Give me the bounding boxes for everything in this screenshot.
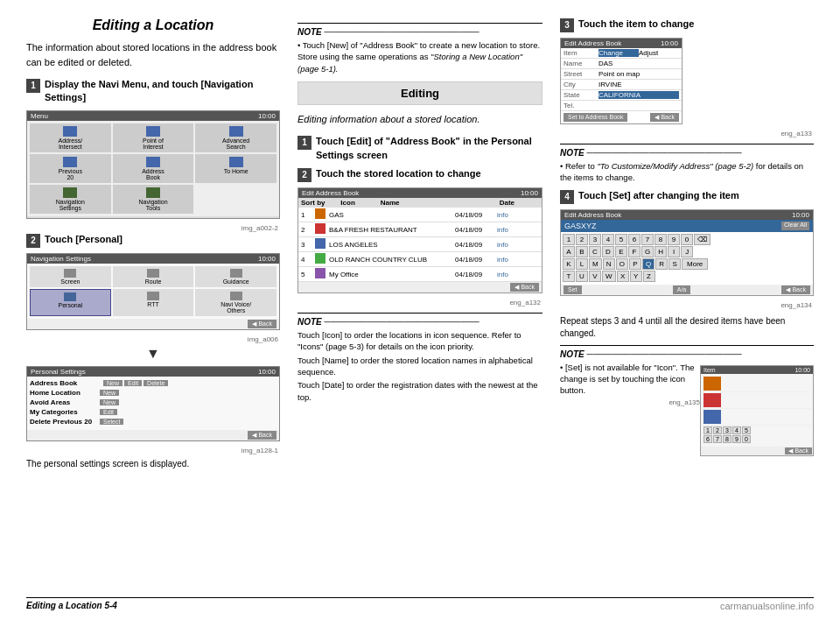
- key-5[interactable]: 5: [615, 234, 627, 245]
- key-6[interactable]: 6: [628, 234, 640, 245]
- small-body: 1 2 3 4 5 6 7 8 9 0: [701, 374, 813, 447]
- key-t[interactable]: T: [563, 271, 575, 282]
- key-i[interactable]: I: [668, 246, 680, 257]
- small-back-btn[interactable]: ◀ Back: [785, 447, 812, 454]
- key-f[interactable]: F: [628, 246, 640, 257]
- nav-item-guidance[interactable]: Guidance: [195, 266, 276, 287]
- s-key-3[interactable]: 3: [723, 426, 732, 434]
- note-box-mid: NOTE ───────────────────────── Touch [Ic…: [298, 313, 542, 403]
- key-y[interactable]: Y: [630, 271, 642, 282]
- s-key-1[interactable]: 1: [704, 426, 712, 434]
- clear-all-btn[interactable]: Clear All: [781, 222, 809, 230]
- key-more[interactable]: More: [682, 258, 708, 270]
- home-new-btn[interactable]: New: [100, 390, 119, 396]
- key-k[interactable]: K: [563, 258, 575, 270]
- menu-item-advanced[interactable]: AdvancedSearch: [195, 123, 276, 152]
- back-btn-kb[interactable]: ◀ Back: [781, 285, 810, 294]
- nav-item-navi-voice[interactable]: Navi Voice/Others: [195, 289, 276, 316]
- key-4[interactable]: 4: [602, 234, 614, 245]
- categories-edit-btn[interactable]: Edit: [100, 409, 117, 415]
- key-l[interactable]: L: [576, 258, 588, 270]
- key-n[interactable]: N: [603, 258, 615, 270]
- navi-voice-icon: [230, 292, 242, 300]
- key-r[interactable]: R: [655, 258, 668, 270]
- small-row-2: [703, 392, 811, 409]
- select-btn[interactable]: Select: [100, 419, 123, 425]
- kb-footer: Set A/a ◀ Back: [561, 285, 813, 295]
- menu-item-navigation[interactable]: NavigationSettings: [30, 185, 111, 214]
- menu-item-poi[interactable]: Point ofInterest: [113, 123, 194, 152]
- key-b[interactable]: B: [576, 246, 588, 257]
- addr-row-2[interactable]: 2 B&A FRESH RESTAURANT 04/18/09 info: [298, 222, 542, 237]
- nav-item-rtt[interactable]: RTT: [113, 289, 194, 316]
- key-7[interactable]: 7: [641, 234, 654, 245]
- note-title-mid: NOTE ─────────────────────────: [298, 317, 542, 327]
- key-9[interactable]: 9: [668, 234, 680, 245]
- key-c[interactable]: C: [589, 246, 601, 257]
- set-to-address-btn[interactable]: Set to Address Book: [564, 113, 627, 122]
- key-p[interactable]: P: [629, 258, 641, 270]
- back-button-nav[interactable]: ◀ Back: [248, 320, 276, 328]
- menu-item-previous[interactable]: Previous20: [30, 154, 111, 183]
- back-button-pers[interactable]: ◀ Back: [248, 431, 276, 440]
- avoid-new-btn[interactable]: New: [100, 399, 119, 405]
- key-v[interactable]: V: [589, 271, 601, 282]
- key-0[interactable]: 0: [681, 234, 693, 245]
- pers-row-categories: My Categories Edit: [30, 408, 276, 416]
- key-3[interactable]: 3: [589, 234, 601, 245]
- key-g[interactable]: G: [641, 246, 654, 257]
- key-2[interactable]: 2: [576, 234, 588, 245]
- nav-item-route[interactable]: Route: [113, 266, 194, 287]
- menu-item-address-book[interactable]: AddressBook: [113, 154, 194, 183]
- key-a[interactable]: A: [563, 246, 575, 257]
- key-s[interactable]: S: [668, 258, 681, 270]
- key-w[interactable]: W: [602, 271, 616, 282]
- addr-row-4[interactable]: 4 OLD RANCH COUNTRY CLUB 04/18/09 info: [298, 252, 542, 267]
- key-j[interactable]: J: [681, 246, 693, 257]
- s-key-4[interactable]: 4: [732, 426, 741, 434]
- s-key-0[interactable]: 0: [742, 435, 751, 443]
- s-key-5[interactable]: 5: [742, 426, 751, 434]
- menu-item-go-home[interactable]: To Home: [195, 154, 276, 183]
- key-u[interactable]: U: [576, 271, 588, 282]
- a-slash-btn[interactable]: A/a: [673, 285, 691, 294]
- key-o[interactable]: O: [616, 258, 628, 270]
- edit-row-state: State CALIFORNIA: [561, 90, 682, 101]
- addr-row-1[interactable]: 1 GAS 04/18/09 info: [298, 208, 542, 222]
- key-del[interactable]: ⌫: [694, 234, 710, 245]
- nav-footer: ◀ Back: [27, 319, 279, 329]
- key-q[interactable]: Q: [642, 258, 654, 270]
- page-footer: Editing a Location 5-4 carmanualsonline.…: [26, 597, 814, 611]
- s-key-8[interactable]: 8: [723, 435, 732, 443]
- edit-btn[interactable]: Edit: [124, 380, 142, 386]
- right-step-4-header: 4 Touch [Set] after changing the item: [560, 189, 814, 204]
- nav-item-personal[interactable]: Personal: [30, 289, 111, 316]
- screen-icon: [64, 269, 76, 278]
- s-key-2[interactable]: 2: [713, 426, 722, 434]
- key-8[interactable]: 8: [654, 234, 667, 245]
- set-btn[interactable]: Set: [564, 285, 582, 294]
- addr-book-screen: Edit Address Book 10:00 Sort by Icon Nam…: [298, 187, 542, 293]
- new-btn[interactable]: New: [103, 380, 122, 386]
- key-e[interactable]: E: [615, 246, 627, 257]
- key-z[interactable]: Z: [643, 271, 655, 282]
- pers-row-avoid: Avoid Areas New: [30, 398, 276, 406]
- key-x[interactable]: X: [617, 271, 629, 282]
- key-1[interactable]: 1: [563, 234, 575, 245]
- key-h[interactable]: H: [654, 246, 667, 257]
- menu-item-tools[interactable]: NavigationTools: [113, 185, 194, 214]
- back-btn-addr[interactable]: ◀ Back: [510, 283, 539, 292]
- delete-btn[interactable]: Delete: [144, 380, 168, 386]
- addr-row-3[interactable]: 3 LOS ANGELES 04/18/09 info: [298, 237, 542, 252]
- back-btn-edit[interactable]: ◀ Back: [650, 113, 679, 122]
- s-key-9[interactable]: 9: [732, 435, 741, 443]
- addr-row-5[interactable]: 5 My Office 04/18/09 info: [298, 267, 542, 282]
- menu-grid: Address/Intersect Point ofInterest Advan…: [27, 121, 279, 216]
- s-key-7[interactable]: 7: [713, 435, 722, 443]
- s-key-6[interactable]: 6: [704, 435, 712, 443]
- key-d[interactable]: D: [602, 246, 614, 257]
- key-m[interactable]: M: [589, 258, 602, 270]
- note-title-4: NOTE ─────────────────────────: [560, 349, 814, 359]
- menu-item-address[interactable]: Address/Intersect: [30, 123, 111, 152]
- nav-item-screen[interactable]: Screen: [30, 266, 111, 287]
